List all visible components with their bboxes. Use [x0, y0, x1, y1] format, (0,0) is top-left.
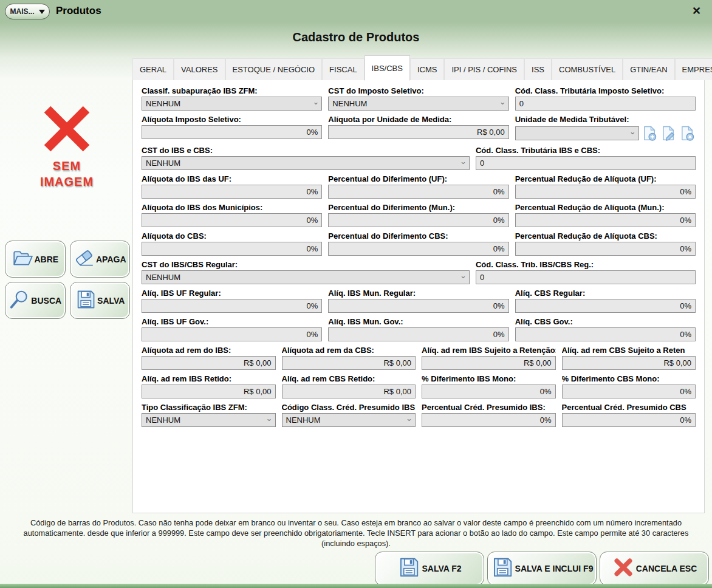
input-al-q-ad-rem-ibs-retido[interactable]: R$ 0,00: [142, 385, 276, 398]
input-al-q-ibs-uf-regular[interactable]: 0%: [142, 299, 322, 313]
salva-e-inclui-f9-button[interactable]: SALVA E INCLUI F9: [487, 552, 597, 586]
salva-button[interactable]: SALVA: [70, 282, 131, 319]
field-control-wrap: R$ 0,00: [282, 385, 416, 398]
field-control-wrap: 0%: [515, 327, 696, 341]
input-al-q-ad-rem-cbs-sujeito-a-reten[interactable]: R$ 0,00: [562, 356, 696, 370]
input-percentual-do-diferimento-uf[interactable]: 0%: [328, 185, 508, 199]
input-al-quota-do-cbs[interactable]: 0%: [142, 242, 322, 256]
input-c-d-class-tribut-ria-imposto-seletivo[interactable]: 0: [515, 97, 696, 111]
tab-ipi-pis-cofins[interactable]: IPI / PIS / COFINS: [444, 58, 524, 80]
input-al-q-cbs-regular[interactable]: 0%: [515, 299, 696, 313]
chevron-down-icon: ⌄: [460, 271, 467, 280]
input-diferimento-cbs-mono[interactable]: 0%: [562, 385, 696, 398]
field-label: Unidade de Medida Tributável:: [515, 114, 696, 125]
input-percentual-redu-o-de-al-quota-uf[interactable]: 0%: [515, 185, 696, 199]
dropdown-arrow-icon: [39, 10, 45, 14]
doc-add-icon[interactable]: [642, 125, 658, 142]
field-control-wrap: 0%: [142, 299, 322, 313]
input-al-q-ibs-mun-regular[interactable]: 0%: [328, 299, 508, 313]
salva-f2-button[interactable]: SALVA F2: [375, 552, 484, 586]
mais-menu-button[interactable]: MAIS...: [5, 4, 50, 19]
field-label: Alíquota do IBS dos Municípios:: [142, 202, 322, 213]
tab-combust-vel[interactable]: COMBUSTÍVEL: [552, 58, 623, 80]
field-label: Percentual do Diferimento CBS:: [328, 230, 508, 242]
input-percentual-redu-o-de-al-quota-mun[interactable]: 0%: [515, 213, 696, 227]
input-al-q-ad-rem-cbs-retido[interactable]: R$ 0,00: [282, 385, 416, 398]
input-diferimento-ibs-mono[interactable]: 0%: [422, 385, 556, 398]
cancela-esc-button[interactable]: CANCELA ESC: [600, 552, 709, 586]
select-unidade-de-medida-tribut-vel[interactable]: ⌄: [515, 126, 639, 140]
form-field-percentual-cr-d-presumido-ibs: Percentual Créd. Presumido IBS:0%: [422, 402, 556, 427]
field-label: Alíq. IBS UF Gov.:: [142, 316, 322, 327]
field-label: Alíq. CBS Gov.:: [515, 316, 696, 327]
input-al-quota-do-ibs-dos-munic-pios[interactable]: 0%: [142, 213, 322, 227]
field-label: Cód. Class. Trib. IBS/CBS Reg.:: [476, 259, 696, 270]
input-percentual-do-diferimento-mun[interactable]: 0%: [328, 213, 508, 227]
field-label: Alíquota ad rem da CBS:: [282, 344, 416, 356]
tab-ibs-cbs[interactable]: IBS/CBS: [365, 55, 410, 81]
form-field-percentual-do-diferimento-uf: Percentual do Diferimento (UF):0%: [328, 173, 508, 199]
doc-edit-icon[interactable]: [660, 125, 677, 142]
field-label: Percentual Redução de Alíquota CBS:: [515, 230, 696, 242]
input-c-d-class-tribut-ria-ibs-e-cbs[interactable]: 0: [476, 156, 696, 170]
tab-geral[interactable]: GERAL: [132, 58, 174, 80]
select-classif-subapura-o-ibs-zfm[interactable]: NENHUM⌄: [142, 97, 322, 111]
input-percentual-cr-d-presumido-cbs[interactable]: 0%: [562, 413, 696, 427]
tab-gtin-ean[interactable]: GTIN/EAN: [623, 58, 674, 80]
input-al-q-ad-rem-ibs-sujeito-a-reten-o[interactable]: R$ 0,00: [422, 356, 556, 370]
tab-empresa[interactable]: EMPRESA: [675, 58, 712, 80]
select-cst-do-imposto-seletivo[interactable]: NENHUM⌄: [328, 97, 508, 111]
form-field-al-q-ad-rem-ibs-sujeito-a-reten-o: Alíq. ad rem IBS Sujeito a Retenção:R$ 0…: [422, 344, 556, 370]
input-al-quota-imposto-seletivo[interactable]: 0%: [142, 125, 322, 139]
field-label: Cód. Class. Tributária Imposto Seletivo:: [515, 85, 696, 97]
input-percentual-redu-o-de-al-quota-cbs[interactable]: 0%: [515, 242, 696, 256]
form-row: Classif. subapuração IBS ZFM:NENHUM⌄CST …: [142, 85, 696, 111]
red-x-icon: [612, 556, 635, 581]
tab-valores[interactable]: VALORES: [174, 58, 225, 80]
select-c-digo-class-cr-d-presumido-ibs[interactable]: NENHUM⌄: [282, 413, 416, 427]
field-control-wrap: ⌄: [515, 125, 696, 142]
form-field-al-quota-imposto-seletivo: Alíquota Imposto Seletivo:0%: [142, 114, 322, 142]
input-al-quota-por-unidade-de-medida[interactable]: R$ 0,00: [328, 125, 508, 139]
tab-fiscal[interactable]: FISCAL: [322, 58, 365, 80]
field-control-wrap: 0%: [328, 185, 508, 199]
field-control-wrap: 0%: [142, 213, 322, 227]
field-control-wrap: NENHUM⌄: [142, 270, 470, 284]
field-label: Alíq. IBS Mun. Gov.:: [328, 316, 508, 327]
doc-remove-icon[interactable]: [679, 125, 696, 142]
tab-estoque-neg-cio[interactable]: ESTOQUE / NEGÓCIO: [225, 58, 323, 80]
select-cst-do-ibs-e-cbs[interactable]: NENHUM⌄: [142, 156, 470, 170]
field-control-wrap: 0%: [422, 413, 556, 427]
input-c-d-class-trib-ibs-cbs-reg[interactable]: 0: [476, 270, 696, 284]
field-control-wrap: 0%: [562, 385, 696, 398]
button-label: BUSCA: [31, 296, 61, 306]
input-al-q-ibs-uf-gov[interactable]: 0%: [142, 327, 322, 341]
abre-button[interactable]: ABRE: [5, 241, 66, 278]
field-control-wrap: 0%: [328, 299, 508, 313]
form-grid: Classif. subapuração IBS ZFM:NENHUM⌄CST …: [142, 85, 696, 427]
input-al-quota-do-ibs-das-uf[interactable]: 0%: [142, 185, 322, 199]
apaga-button[interactable]: APAGA: [70, 241, 131, 278]
form-field-percentual-redu-o-de-al-quota-mun: Percentual Redução de Alíquota (Mun.):0%: [515, 202, 696, 227]
input-al-quota-ad-rem-da-cbs[interactable]: R$ 0,00: [282, 356, 416, 370]
input-percentual-cr-d-presumido-ibs[interactable]: 0%: [422, 413, 556, 427]
field-control-wrap: 0%: [515, 213, 696, 227]
field-label: Alíq. ad rem CBS Retido:: [282, 373, 416, 385]
field-control-wrap: R$ 0,00: [142, 356, 276, 370]
tab-icms[interactable]: ICMS: [410, 58, 445, 80]
field-label: Alíquota do IBS das UF:: [142, 173, 322, 185]
select-tipo-classifica-o-ibs-zfm[interactable]: NENHUM⌄: [142, 413, 276, 427]
input-al-q-ibs-mun-gov[interactable]: 0%: [328, 327, 508, 341]
input-al-q-cbs-gov[interactable]: 0%: [515, 327, 696, 341]
form-field-unidade-de-medida-tribut-vel: Unidade de Medida Tributável:⌄: [515, 114, 696, 142]
tab-iss[interactable]: ISS: [524, 58, 552, 80]
select-value: NENHUM: [332, 99, 367, 108]
busca-button[interactable]: BUSCA: [5, 282, 66, 319]
select-value: NENHUM: [146, 159, 180, 168]
select-cst-do-ibs-cbs-regular[interactable]: NENHUM⌄: [142, 270, 470, 284]
field-control-wrap: 0%: [328, 242, 508, 256]
input-percentual-do-diferimento-cbs[interactable]: 0%: [328, 242, 508, 256]
input-al-quota-ad-rem-do-ibs[interactable]: R$ 0,00: [142, 356, 276, 370]
field-label: Alíquota por Unidade de Medida:: [328, 114, 508, 125]
close-icon[interactable]: ✕: [692, 5, 701, 16]
